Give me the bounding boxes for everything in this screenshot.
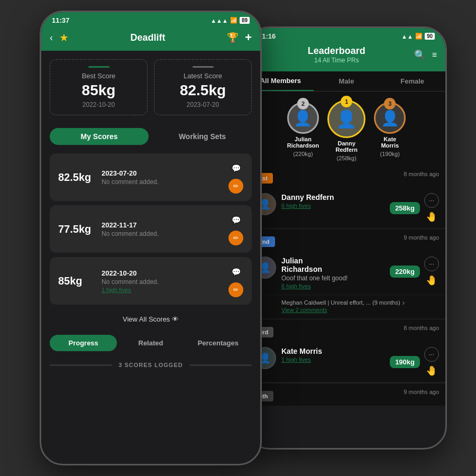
lb-entry-2nd: 👤 JulianRichardson Ooof that one felt go… — [248, 251, 445, 295]
trophy-button[interactable]: 🏆 — [227, 32, 239, 43]
score-item-2: 77.5kg 2022-11-17 No comment added. 💬 ✏ — [50, 205, 252, 253]
score-cards: Best Score 85kg 2022-10-20 Latest Score … — [41, 51, 260, 124]
left-phone: 11:37 ▲▲▲ 📶 89 ‹ ★ Deadlift 🏆 + Best S — [40, 11, 262, 465]
right-wifi-icon: 📶 — [415, 33, 423, 40]
lb-header: ‹ Leaderboard 14 All Time PRs 🔍 ≡ — [248, 42, 445, 71]
score-comment-2: No comment added. — [102, 230, 222, 237]
left-header-title: Deadlift — [69, 32, 227, 43]
podium-name-3rd: KateMorris — [381, 136, 399, 149]
signal-icon: ▲▲▲ — [210, 17, 228, 24]
lb-subtitle: 14 All Time PRs — [314, 57, 359, 64]
score-list: 82.5kg 2023-07-20 No comment added. 💬 ✏ … — [41, 149, 260, 309]
lb-menu-julian[interactable]: ··· — [424, 257, 439, 271]
podium-avatar-2nd-wrap: 2 👤 — [287, 102, 319, 134]
lb-time-3rd: 8 months ago — [404, 323, 439, 331]
lb-search-button[interactable]: 🔍 — [414, 49, 426, 61]
score-details-2: 2022-11-17 No comment added. — [102, 221, 222, 237]
podium-name-1st: DannyRedfern — [335, 140, 358, 153]
podium-2nd: 2 👤 JulianRichardson (220kg) — [287, 102, 319, 157]
lb-title: Leaderboard — [308, 45, 365, 57]
lb-menu-kate[interactable]: ··· — [424, 347, 439, 362]
lb-highfive-danny[interactable]: 6 high fives — [281, 203, 385, 209]
view-all-btn[interactable]: View All Scores 👁 — [41, 309, 260, 329]
score-date-2: 2022-11-17 — [102, 221, 222, 229]
score-actions-3: 💬 ✏ — [228, 264, 243, 297]
view-all-label: View All Scores 👁 — [123, 315, 179, 323]
chat-icon-1[interactable]: 💬 — [228, 161, 243, 176]
podium-1st: 1 👤 DannyRedfern (258kg) — [327, 100, 365, 161]
best-score-value: 85kg — [57, 82, 141, 99]
edit-icon-1[interactable]: ✏ — [228, 179, 243, 194]
gender-tabs: All Members Male Female — [248, 71, 445, 91]
female-tab[interactable]: Female — [379, 71, 445, 91]
score-highfive-3[interactable]: 1 high fives — [102, 287, 222, 293]
lb-right-kate: 190kg ··· 🤚 — [390, 347, 439, 377]
back-button[interactable]: ‹ — [50, 32, 53, 43]
edit-icon-3[interactable]: ✏ — [228, 282, 243, 297]
score-actions-1: 💬 ✏ — [228, 161, 243, 194]
score-item-3: 85kg 2022-10-20 No comment added. 1 high… — [50, 257, 252, 305]
related-tab[interactable]: Related — [117, 335, 184, 351]
rank-badge-3rd: 3 — [384, 98, 396, 109]
podium-avatar-1st-wrap: 1 👤 — [327, 100, 365, 138]
left-header-left: ‹ ★ — [50, 31, 69, 44]
lb-entry-1st: 👤 Danny Redfern 6 high fives 258kg ··· 🤚 — [248, 188, 445, 228]
scene: 11:37 ▲▲▲ 📶 89 ‹ ★ Deadlift 🏆 + Best S — [0, 0, 476, 476]
score-tab-bar: My Scores Working Sets — [41, 124, 260, 149]
male-tab[interactable]: Male — [314, 71, 380, 91]
best-score-label: Best Score — [57, 72, 141, 80]
bottom-tabs: Progress Related Percentages — [41, 329, 260, 356]
lb-section-2nd: 2nd 9 months ago 👤 JulianRichardson Ooof… — [248, 229, 445, 319]
chat-icon-3[interactable]: 💬 — [228, 264, 243, 279]
score-item-1: 82.5kg 2023-07-20 No comment added. 💬 ✏ — [50, 153, 252, 201]
latest-score-card: Latest Score 82.5kg 2023-07-20 — [154, 59, 252, 115]
lb-menu-danny[interactable]: ··· — [424, 193, 439, 208]
score-weight-3: 85kg — [58, 275, 95, 287]
edit-icon-2[interactable]: ✏ — [228, 231, 243, 245]
lb-right-danny: 258kg ··· 🤚 — [390, 193, 439, 223]
score-weight-1: 82.5kg — [58, 171, 95, 184]
lb-view-comments[interactable]: View 2 comments — [281, 307, 439, 313]
lb-section-1st: 1st 8 months ago 👤 Danny Redfern 6 high … — [248, 166, 445, 229]
lb-comment-julian: Ooof that one felt good! — [281, 274, 385, 282]
left-status-icons: ▲▲▲ 📶 89 — [210, 17, 250, 24]
score-comment-3: No comment added. — [102, 278, 222, 286]
lb-highfive-julian[interactable]: 6 high fives — [281, 283, 385, 289]
lb-weight-danny: 258kg — [390, 202, 420, 214]
lb-hand-danny[interactable]: 🤚 — [426, 211, 437, 223]
rank-label-4th-wrap: 4th 9 months ago — [248, 383, 445, 406]
rank-label-3rd-wrap: 3rd 8 months ago — [248, 319, 445, 342]
progress-tab[interactable]: Progress — [50, 335, 117, 351]
working-sets-tab[interactable]: Working Sets — [153, 128, 252, 145]
percentages-tab[interactable]: Percentages — [185, 335, 252, 351]
right-status-bar: 11:16 ▲▲ 📶 90 — [248, 28, 445, 42]
lb-info-kate: Kate Morris 1 high fives — [281, 347, 385, 363]
lb-comment-arrow: › — [402, 298, 405, 307]
lb-filter-button[interactable]: ≡ — [432, 50, 437, 60]
chat-icon-2[interactable]: 💬 — [228, 213, 243, 227]
left-header: ‹ ★ Deadlift 🏆 + — [41, 26, 260, 51]
my-scores-tab[interactable]: My Scores — [50, 128, 149, 145]
lb-section-3rd: 3rd 8 months ago 👤 Kate Morris 1 high fi… — [248, 319, 445, 383]
add-button[interactable]: + — [245, 31, 252, 44]
lb-name-kate: Kate Morris — [281, 347, 385, 355]
lb-hand-kate[interactable]: 🤚 — [426, 365, 437, 377]
lb-hand-julian[interactable]: 🤚 — [426, 274, 437, 286]
wifi-icon: 📶 — [230, 17, 237, 24]
score-banner-bar-right — [189, 364, 252, 366]
latest-score-value: 82.5kg — [161, 82, 245, 99]
lb-actions-julian: ··· 🤚 — [424, 257, 439, 286]
lb-time-2nd: 9 months ago — [404, 232, 439, 241]
lb-actions-danny: ··· 🤚 — [424, 193, 439, 223]
latest-score-bar — [193, 66, 214, 68]
score-date-1: 2023-07-20 — [102, 169, 222, 177]
favorite-button[interactable]: ★ — [59, 31, 69, 44]
lb-info-julian: JulianRichardson Ooof that one felt good… — [281, 257, 385, 289]
lb-highfive-kate[interactable]: 1 high fives — [281, 356, 385, 363]
left-battery: 89 — [240, 17, 250, 24]
left-header-right: 🏆 + — [227, 31, 252, 44]
score-banner-text: 3 SCORES LOGGED — [118, 362, 182, 368]
rank-label-1st-wrap: 1st 8 months ago — [248, 166, 445, 188]
score-details-3: 2022-10-20 No comment added. 1 high five… — [102, 269, 222, 293]
right-signal-icon: ▲▲ — [401, 33, 413, 40]
